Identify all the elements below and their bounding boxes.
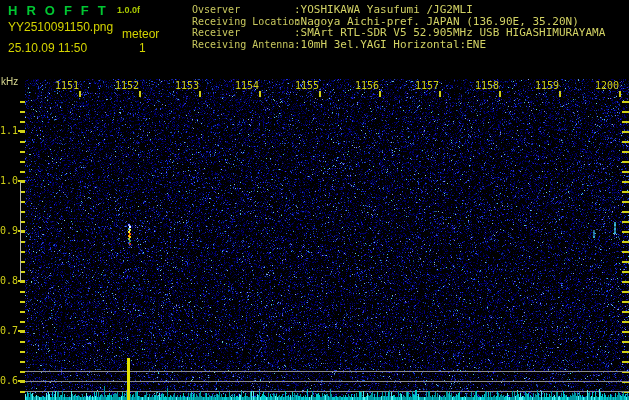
mode-label: meteor — [122, 27, 159, 41]
app-title: HROFFT — [8, 3, 115, 18]
info-label: Receiver — [192, 27, 294, 39]
time-tick-label: 1158 — [470, 80, 499, 91]
freq-unit-label: kHz — [1, 76, 18, 87]
info-value: :YOSHIKAWA Yasufumi /JG2MLI — [294, 4, 473, 16]
observer-info-block: Ovserver:YOSHIKAWA Yasufumi /JG2MLI Rece… — [192, 4, 605, 50]
output-filename: YY2510091150.png — [8, 20, 113, 34]
time-tick-label: 1152 — [110, 80, 139, 91]
freq-tick-label: 1.0 — [0, 174, 18, 187]
observer-info-row: Receiving Antenna:10mH 3el.YAGI Horizont… — [192, 39, 605, 51]
meteor-count: 1 — [139, 41, 146, 55]
info-value: :10mH 3el.YAGI Horizontal:ENE — [294, 39, 486, 51]
time-tick-label: 1200 — [590, 80, 619, 91]
info-label: Ovserver — [192, 4, 294, 16]
time-tick-label: 1153 — [170, 80, 199, 91]
freq-tick-label: 0.7 — [0, 324, 18, 337]
info-label: Receiving Antenna — [192, 39, 294, 51]
freq-tick-label: 0.9 — [0, 224, 18, 237]
info-value: :SMArt RTL-SDR V5 52.905MHz USB HIGASHIM… — [294, 27, 605, 39]
time-tick-label: 1156 — [350, 80, 379, 91]
app-version: 1.0.0f — [117, 5, 140, 15]
time-tick-label: 1159 — [530, 80, 559, 91]
info-label: Receiving Location — [192, 16, 294, 28]
time-tick-label: 1155 — [290, 80, 319, 91]
hrofft-output-image: HROFFT 1.0.0f YY2510091150.png meteor 25… — [0, 0, 629, 400]
observer-info-row: Ovserver:YOSHIKAWA Yasufumi /JG2MLI — [192, 4, 605, 16]
time-tick-label: 1154 — [230, 80, 259, 91]
spectrogram-canvas — [0, 0, 629, 400]
freq-tick-label: 1.1 — [0, 124, 18, 137]
time-tick-label: 1157 — [410, 80, 439, 91]
file-datetime: 25.10.09 11:50 — [8, 41, 87, 55]
freq-tick-label: 0.6 — [0, 374, 18, 387]
time-tick-label: 1151 — [50, 80, 79, 91]
freq-tick-label: 0.8 — [0, 274, 18, 287]
observer-info-row: Receiver:SMArt RTL-SDR V5 52.905MHz USB … — [192, 27, 605, 39]
